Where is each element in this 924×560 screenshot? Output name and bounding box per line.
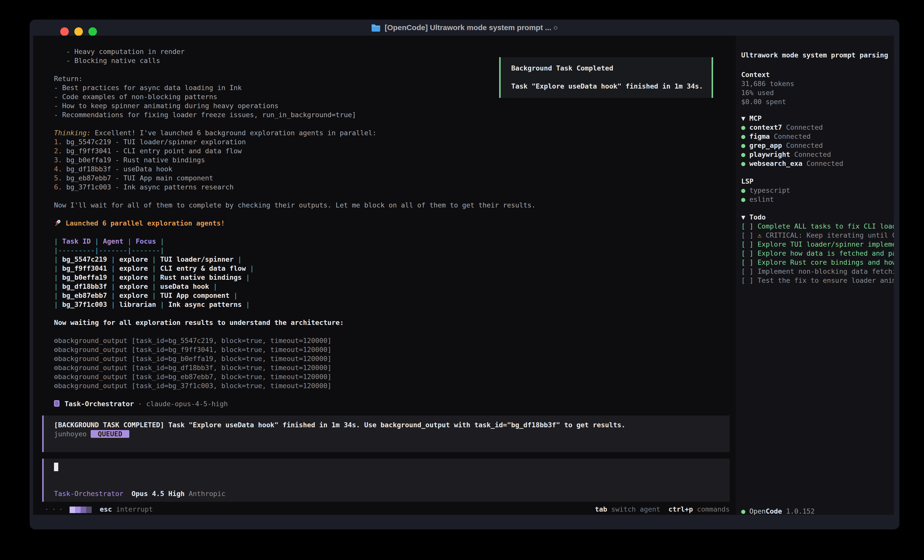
lsp-list: ● typescript● eslint xyxy=(741,186,894,204)
todo-item: [ ] Complete ALL tasks to fix CLI loader… xyxy=(741,222,894,231)
terminal-line xyxy=(54,228,719,237)
window-title: [OpenCode] Ultrawork mode system prompt … xyxy=(385,23,558,32)
terminal-line: 1. bg_5547c219 - TUI loader/spinner expl… xyxy=(54,138,719,147)
terminal-line: Task-Orchestrator · claude-opus-4-5-high xyxy=(54,400,719,409)
spinner-segment xyxy=(69,506,75,513)
screen: [OpenCode] Ultrawork mode system prompt … xyxy=(0,0,924,560)
todo-item: [ ] ⚠ CRITICAL: Keep iterating until Ora… xyxy=(741,231,894,240)
titlebar: [OpenCode] Ultrawork mode system prompt … xyxy=(30,19,899,36)
list-item: ● typescript xyxy=(741,186,894,195)
terminal-line: |---------|-------|-------| xyxy=(54,246,719,255)
spinner-segment xyxy=(86,506,92,513)
list-item: ● figma Connected xyxy=(741,132,894,141)
terminal-line xyxy=(54,391,719,400)
stat-line: 16% used xyxy=(741,88,894,97)
list-item: ● eslint xyxy=(741,195,894,204)
notification-toast: Background Task Completed Task "Explore … xyxy=(499,57,713,98)
terminal-viewport[interactable]: - Heavy computation in render - Blocking… xyxy=(33,36,894,515)
terminal-line: | bg_37f1c003 | librarian | Ink async pa… xyxy=(54,300,719,309)
folder-icon xyxy=(371,24,381,31)
text-cursor xyxy=(54,463,58,471)
toast-title: Background Task Completed xyxy=(511,64,712,73)
todo-list: [ ] Complete ALL tasks to fix CLI loader… xyxy=(741,222,894,285)
terminal-line: 2. bg_f9ff3041 - CLI entry point and dat… xyxy=(54,147,719,156)
terminal-line xyxy=(54,120,719,129)
todo-item: [ ] Explore Rust core bindings and how t… xyxy=(741,258,894,267)
terminal-line: | bg_df18bb3f | explore | useData hook | xyxy=(54,282,719,291)
terminal-line: ⚙background_output [task_id=bg_eb87ebb7,… xyxy=(54,372,719,381)
terminal-line: ⚙background_output [task_id=bg_5547c219,… xyxy=(54,336,719,345)
terminal-line: | bg_eb87ebb7 | explore | TUI App compon… xyxy=(54,291,719,300)
todo-item: [ ] Explore how data is fetched and pass… xyxy=(741,249,894,258)
prompt-input[interactable]: Task-Orchestrator Opus 4.5 High Anthropi… xyxy=(42,459,730,502)
sidebar-title: Ultrawork mode system prompt parsing xyxy=(741,51,894,60)
terminal-line: 6. bg_37f1c003 - Ink async patterns rese… xyxy=(54,183,719,192)
stat-line: $0.00 spent xyxy=(741,97,894,106)
app-version: ● OpenCode 1.0.152 xyxy=(741,507,894,515)
lsp-section: LSP ● typescript● eslint xyxy=(741,177,894,204)
chat-transcript: - Heavy computation in render - Blocking… xyxy=(54,47,719,409)
terminal-line xyxy=(54,327,719,336)
interrupt-hint: ··· esc interrupt xyxy=(45,504,153,514)
list-item: ● playwright Connected xyxy=(741,150,894,159)
terminal-line: 5. bg_eb87ebb7 - TUI App main component xyxy=(54,174,719,183)
terminal-line: ⚙background_output [task_id=bg_b0effa19,… xyxy=(54,354,719,363)
todo-header[interactable]: ▼ Todo xyxy=(741,213,894,222)
terminal-line xyxy=(54,309,719,318)
toast-body: Task "Explore useData hook" finished in … xyxy=(511,82,712,91)
terminal-line xyxy=(54,210,719,219)
terminal-line: | bg_5547c219 | explore | TUI loader/spi… xyxy=(54,255,719,264)
spinner-segment xyxy=(75,506,81,513)
terminal-line: | bg_f9ff3041 | explore | CLI entry & da… xyxy=(54,264,719,273)
todo-section: ▼ Todo [ ] Complete ALL tasks to fix CLI… xyxy=(741,213,894,285)
context-stats: 31,686 tokens16% used$0.00 spent xyxy=(741,79,894,106)
agent-selector[interactable]: Task-Orchestrator Opus 4.5 High Anthropi… xyxy=(54,489,225,498)
mcp-list: ● context7 Connected● figma Connected● g… xyxy=(741,123,894,168)
terminal-line: Now waiting for all exploration results … xyxy=(54,318,719,327)
todo-item: [ ] Explore TUI loader/spinner implement… xyxy=(741,240,894,249)
terminal-line: 3. bg_b0effa19 - Rust native bindings xyxy=(54,156,719,165)
rocket-icon xyxy=(54,219,62,227)
spinner-segment xyxy=(81,506,86,513)
message-line: [BACKGROUND TASK COMPLETED] Task "Explor… xyxy=(54,421,730,430)
mcp-section: ▼ MCP ● context7 Connected● figma Connec… xyxy=(741,114,894,168)
list-item: ● context7 Connected xyxy=(741,123,894,132)
terminal-line: ⚙background_output [task_id=bg_f9ff3041,… xyxy=(54,345,719,354)
terminal-line: ⚙background_output [task_id=bg_df18bb3f,… xyxy=(54,363,719,372)
agent-square-icon xyxy=(54,400,60,407)
terminal-line xyxy=(54,192,719,201)
terminal-line: | Task ID | Agent | Focus | xyxy=(54,237,719,246)
status-bar: ··· esc interrupt tab switch agent ctrl+… xyxy=(45,504,730,514)
list-item: ● websearch_exa Connected xyxy=(741,159,894,168)
keybind-hints: tab switch agent ctrl+p commands xyxy=(595,504,730,514)
terminal-line: - Heavy computation in render xyxy=(54,47,719,56)
terminal-line: - How to keep spinner animating during h… xyxy=(54,101,719,111)
context-header: Context xyxy=(741,70,894,79)
terminal-line: Now I'll wait for all of them to complet… xyxy=(54,201,719,210)
todo-item: [ ] Implement non-blocking data fetching… xyxy=(741,267,894,276)
context-section: Context 31,686 tokens16% used$0.00 spent xyxy=(741,70,894,106)
window-title-wrap: [OpenCode] Ultrawork mode system prompt … xyxy=(30,19,899,36)
terminal-line: Thinking: Excellent! I've launched 6 bac… xyxy=(54,129,719,138)
background-task-message: [BACKGROUND TASK COMPLETED] Task "Explor… xyxy=(42,415,730,452)
list-item: ● grep_app Connected xyxy=(741,141,894,150)
terminal-line: | bg_b0effa19 | explore | Rust native bi… xyxy=(54,273,719,282)
terminal-line: 4. bg_df18bb3f - useData hook xyxy=(54,165,719,174)
mcp-header[interactable]: ▼ MCP xyxy=(741,114,894,123)
todo-item: [ ] Test the fix to ensure loader animat… xyxy=(741,276,894,285)
terminal-line: - Recommendations for fixing loader free… xyxy=(54,111,719,120)
message-meta: junhoyeo QUEUED xyxy=(54,430,730,439)
terminal-line: ⚙background_output [task_id=bg_37f1c003,… xyxy=(54,381,719,391)
lsp-header: LSP xyxy=(741,177,894,186)
terminal-window: [OpenCode] Ultrawork mode system prompt … xyxy=(30,19,899,529)
terminal-line: Launched 6 parallel exploration agents! xyxy=(54,219,719,228)
stat-line: 31,686 tokens xyxy=(741,79,894,88)
